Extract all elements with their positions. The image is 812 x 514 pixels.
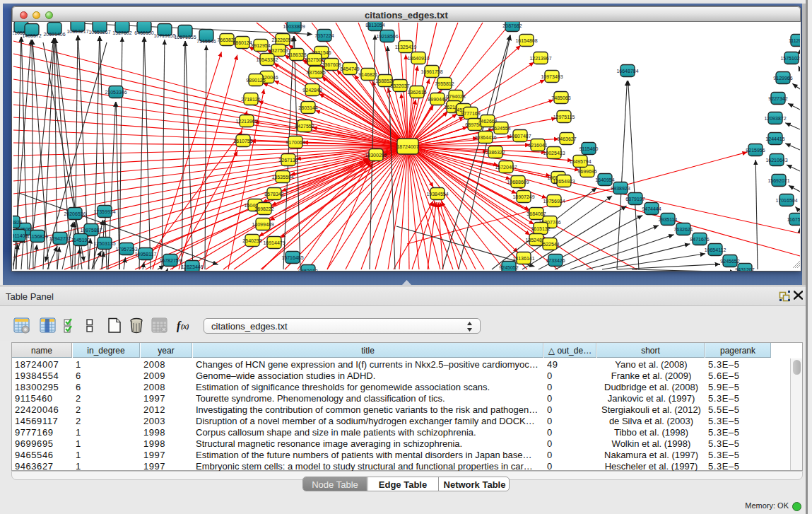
svg-text:12654923: 12654923 [553,179,575,184]
svg-text:8912954: 8912954 [251,43,270,48]
svg-text:7386322: 7386322 [486,150,505,155]
svg-text:17957253: 17957253 [115,247,137,252]
svg-text:17359934: 17359934 [93,209,115,214]
svg-text:12823446: 12823446 [181,264,203,269]
svg-text:15692071: 15692071 [767,178,789,183]
svg-text:6794028: 6794028 [446,94,465,99]
svg-text:9227342: 9227342 [768,96,787,101]
svg-text:16961758: 16961758 [420,69,442,74]
svg-text:6466160: 6466160 [134,30,153,35]
svg-text:9242848: 9242848 [302,88,322,93]
svg-text:17016504: 17016504 [775,198,797,203]
svg-text:7485063: 7485063 [551,95,570,100]
svg-text:11325419: 11325419 [395,45,417,49]
svg-text:10653267: 10653267 [88,30,110,35]
svg-text:18640910: 18640910 [407,56,429,61]
svg-text:9129966: 9129966 [773,76,792,81]
svg-text:16210643: 16210643 [765,158,787,163]
svg-text:9452012: 9452012 [298,269,317,271]
svg-text:10654112: 10654112 [705,247,726,252]
svg-text:9890125: 9890125 [246,78,265,83]
svg-text:11156829: 11156829 [27,234,48,239]
svg-text:10543382: 10543382 [256,57,278,62]
svg-text:3375685: 3375685 [306,70,325,75]
svg-text:1527602: 1527602 [112,30,131,35]
svg-text:7955812: 7955812 [435,81,454,86]
svg-text:1112044: 1112044 [789,38,800,43]
svg-text:16033809: 16033809 [283,24,305,29]
svg-text:9860124: 9860124 [233,40,252,45]
svg-text:1610755: 1610755 [233,139,252,144]
svg-text:7515546: 7515546 [196,39,216,44]
svg-text:19218506: 19218506 [376,34,398,39]
svg-text:1615132: 1615132 [531,226,550,231]
svg-text:20206536: 20206536 [64,211,86,216]
svg-text:7632621: 7632621 [673,227,693,232]
svg-text:2522544: 2522544 [540,242,559,247]
svg-text:10025433: 10025433 [543,151,565,156]
svg-text:18724007: 18724007 [396,144,418,149]
svg-text:15716485: 15716485 [281,255,303,260]
svg-text:9245652: 9245652 [720,259,739,264]
svg-text:8186328: 8186328 [287,52,306,57]
svg-text:12213967: 12213967 [529,56,551,61]
svg-text:12942737: 12942737 [49,236,71,241]
svg-text:12213969: 12213969 [235,119,257,124]
svg-text:1588520: 1588520 [375,78,394,83]
svg-text:8454749: 8454749 [340,66,359,71]
svg-text:18907249: 18907249 [512,194,534,199]
svg-text:9777169: 9777169 [461,111,480,116]
svg-text:(x): (x) [181,322,189,331]
svg-text:2087682: 2087682 [502,23,522,28]
svg-text:2803144: 2803144 [298,105,317,110]
svg-text:2540233: 2540233 [242,238,261,243]
svg-text:16671355: 16671355 [174,35,196,40]
svg-text:3684067: 3684067 [526,211,546,216]
svg-text:9327503: 9327503 [269,48,288,53]
svg-text:16914479: 16914479 [263,240,285,245]
svg-text:10807487: 10807487 [509,134,531,139]
svg-text:2718126: 2718126 [241,97,260,102]
svg-text:6879197: 6879197 [625,197,645,201]
svg-text:9699695: 9699695 [577,169,596,174]
svg-text:10719155: 10719155 [153,33,175,38]
svg-text:10975887: 10975887 [80,228,102,233]
svg-text:3624554: 3624554 [491,126,510,131]
svg-text:8813054: 8813054 [365,23,384,28]
svg-text:12093872: 12093872 [764,116,786,121]
svg-text:1145190: 1145190 [71,238,90,243]
svg-text:9170064: 9170064 [286,140,305,145]
svg-text:9463627: 9463627 [557,136,576,141]
svg-text:13535594: 13535594 [271,175,293,180]
svg-text:18300295: 18300295 [365,153,387,158]
svg-text:9146821: 9146821 [358,72,377,77]
svg-text:2935114: 2935114 [659,217,678,222]
svg-text:1640954: 1640954 [595,177,614,182]
svg-text:3698222: 3698222 [254,206,273,211]
svg-text:1167534: 1167534 [787,217,800,222]
svg-text:16648784: 16648784 [616,69,638,74]
svg-text:19756924: 19756924 [543,199,565,204]
svg-text:9431207: 9431207 [735,267,754,271]
svg-text:2367608: 2367608 [322,62,341,67]
svg-text:8578342: 8578342 [264,192,283,197]
svg-text:6216041: 6216041 [528,143,547,148]
svg-text:23226058: 23226058 [271,37,293,42]
svg-text:21053346: 21053346 [105,90,126,95]
svg-text:10853217: 10853217 [66,29,88,34]
svg-text:1244415: 1244415 [765,136,784,141]
svg-text:10688609: 10688609 [507,180,529,185]
svg-text:3911400: 3911400 [13,233,28,238]
svg-text:9245052: 9245052 [499,265,518,270]
svg-text:9327508: 9327508 [305,57,324,62]
svg-text:1405572: 1405572 [22,33,41,38]
svg-text:16782759: 16782759 [159,258,181,263]
svg-text:8938923: 8938923 [611,186,630,191]
svg-text:19384554: 19384554 [426,192,448,197]
svg-text:12503135: 12503135 [93,241,115,246]
svg-text:9818821: 9818821 [13,220,23,225]
svg-text:7357224: 7357224 [314,33,334,38]
svg-text:8427552: 8427552 [295,124,314,129]
svg-text:15751024: 15751024 [780,56,800,61]
svg-text:13495794: 13495794 [569,159,591,164]
